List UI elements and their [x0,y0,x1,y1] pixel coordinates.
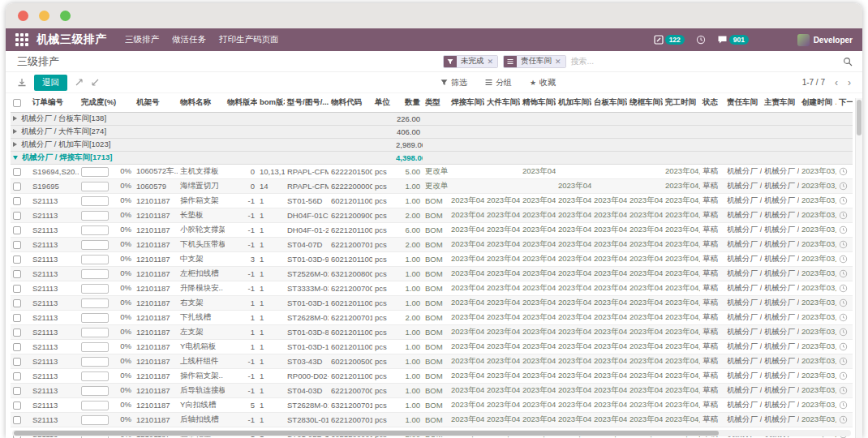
order-number-cell[interactable]: S19695 [30,179,79,194]
next-activity-clock-icon[interactable] [839,255,848,264]
group-row[interactable]: 机械分厂 / 焊接车间[1713]4,398.00 [11,152,853,165]
order-number-cell[interactable]: S21113 [30,208,79,223]
next-activity-clock-icon[interactable] [839,167,848,176]
row-checkbox[interactable] [13,299,21,307]
maximize-window-button[interactable] [60,11,71,21]
next-activity-clock-icon[interactable] [839,196,848,205]
activities-tray-item[interactable]: 122 [654,35,685,45]
next-activity-clock-icon[interactable] [839,313,848,322]
progress-input[interactable] [81,196,109,206]
record-row[interactable]: S196950%1060579海绵置切刀014RPAPL-CFM-..62222… [11,179,853,194]
order-number-cell[interactable]: S21113 [30,354,79,369]
next-activity-clock-icon[interactable] [839,182,848,191]
menu-zuohuorenwu[interactable]: 做活任务 [172,34,206,45]
record-row[interactable]: S211130%12101187Y电机箱板11ST01-03D-16B60212… [11,340,853,354]
next-activity-clock-icon[interactable] [839,357,848,366]
progress-input[interactable] [81,328,109,337]
expand-group-icon[interactable] [13,142,17,147]
progress-input[interactable] [81,357,109,367]
progress-input[interactable] [81,269,109,279]
record-row[interactable]: S211130%12101187长垫板-11DH04F-01C-..622120… [11,208,853,223]
record-row[interactable]: S19694,S20..0%1060572车..主机支撑板010,13,14RP… [11,165,853,179]
row-checkbox[interactable] [13,241,21,249]
record-row[interactable]: S211130%12101187操作箱支架-11ST01-56D60212011… [11,194,853,208]
row-checkbox[interactable] [13,168,21,176]
collapse-group-icon[interactable] [13,156,18,160]
record-row[interactable]: S211130%12101187下扎线槽11ST2628M-02..622120… [11,311,853,325]
remove-facet-icon[interactable]: ✕ [488,58,494,66]
column-header[interactable]: 物料代码 [329,93,372,113]
progress-input[interactable] [81,342,109,352]
column-header[interactable]: 台板车间计... [591,93,627,113]
next-activity-clock-icon[interactable] [839,240,848,249]
record-row[interactable]: S211130%12101187左柜扣线槽-11ST2526M-02..6321… [11,267,853,281]
favorites-dropdown[interactable]: ★ 收藏 [530,77,556,88]
progress-input[interactable] [81,182,109,191]
order-number-cell[interactable]: S21113 [30,238,79,252]
row-checkbox[interactable] [13,197,21,205]
column-header[interactable]: 物料名称 [178,93,225,113]
search-icon[interactable] [843,57,853,67]
record-row[interactable]: S211130%12101187小胶轮支撑架-11DH04F-01-236221… [11,223,853,238]
row-checkbox[interactable] [13,285,21,293]
filters-dropdown[interactable]: 筛选 [440,77,467,88]
progress-input[interactable] [81,401,109,410]
row-checkbox[interactable] [13,416,21,424]
search-input[interactable]: 搜索... [571,56,838,67]
column-header[interactable]: 机加车间计... [556,93,591,113]
order-number-cell[interactable]: S21113 [30,325,79,340]
order-number-cell[interactable]: S21113 [30,369,79,384]
filter-facet-unfinished[interactable]: 未完成✕ [443,55,498,68]
next-activity-clock-icon[interactable] [839,225,848,234]
next-activity-clock-icon[interactable] [839,328,848,337]
order-number-cell[interactable]: S21113 [30,413,79,427]
row-checkbox[interactable] [13,402,21,410]
column-header[interactable]: 完工时间 [663,93,700,113]
progress-input[interactable] [81,284,109,294]
order-number-cell[interactable]: S21113 [30,194,79,208]
record-row[interactable]: S211130%12101187上线杆组件-11ST03-43D60212005… [11,354,853,369]
progress-input[interactable] [81,167,109,177]
order-number-cell[interactable]: S21113 [30,252,79,267]
order-number-cell[interactable]: S21113 [30,296,79,311]
row-checkbox[interactable] [13,387,21,395]
order-number-cell[interactable]: S21113 [30,384,79,398]
next-activity-clock-icon[interactable] [839,371,848,380]
record-row[interactable]: S211130%12101187中支架31ST01-03D-9602120110… [11,252,853,267]
progress-input[interactable] [81,225,109,235]
column-header[interactable]: 大件车间计... [484,93,520,113]
order-number-cell[interactable]: S21113 [30,398,79,413]
pager-previous-icon[interactable]: ‹ [835,77,838,88]
next-activity-clock-icon[interactable] [839,386,848,395]
row-checkbox[interactable] [13,226,21,234]
vertical-scrollbar-thumb[interactable] [857,100,862,135]
order-number-cell[interactable]: S19694,S20.. [30,165,79,179]
record-row[interactable]: S211130%12101187后轴扣线槽-11ST2830L-01-..622… [11,413,853,427]
menu-sanjipaichan[interactable]: 三级排产 [125,34,159,45]
progress-input[interactable] [81,240,109,250]
row-checkbox[interactable] [13,182,21,191]
user-menu[interactable]: Developer [797,34,853,46]
messages-tray-item[interactable]: 901 [717,35,749,45]
expand-group-icon[interactable] [13,129,17,134]
column-header[interactable]: 绕框车间计... [627,93,663,113]
breadcrumb[interactable]: 三级排产 [17,54,59,69]
record-row[interactable]: S211130%12101187后导轨连接板-11ST04-03D6221200… [11,384,853,398]
row-checkbox[interactable] [13,328,21,337]
record-row[interactable]: S211130%12101187Y向扣线槽51ST2628M-01..63212… [11,398,853,413]
expand-group-icon[interactable] [13,116,17,121]
row-checkbox[interactable] [13,358,21,366]
order-number-cell[interactable]: S21113 [30,311,79,325]
next-activity-clock-icon[interactable] [839,342,848,351]
column-header[interactable]: 精饰车间计... [520,93,556,113]
column-header[interactable]: 型号/图号/... [285,93,329,113]
row-checkbox[interactable] [13,343,21,351]
search-bar[interactable]: 未完成✕ 责任车间✕ 搜索... [443,55,853,68]
horizontal-scrollbar[interactable] [12,430,851,436]
column-header[interactable]: 单位 [372,93,393,113]
record-row[interactable]: S211130%12101187下机头压带板-11ST04-07D6221200… [11,238,853,252]
column-header[interactable]: bom版本 [257,93,285,113]
next-activity-clock-icon[interactable] [839,269,848,278]
select-all-checkbox[interactable] [13,99,21,107]
order-number-cell[interactable]: S21113 [30,267,79,281]
